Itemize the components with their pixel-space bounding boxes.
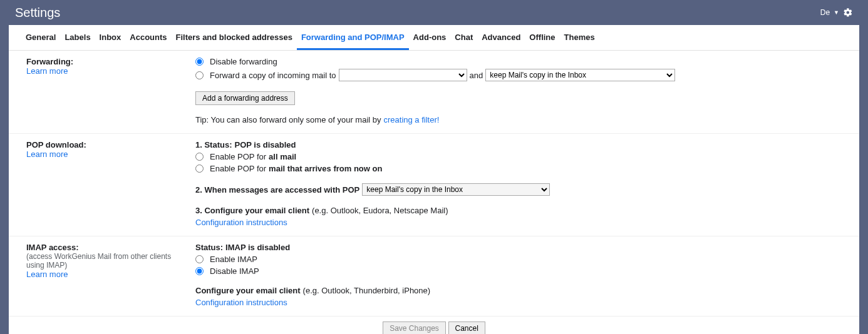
tabs-bar: General Labels Inbox Accounts Filters an… — [9, 25, 859, 51]
imap-configure-rest: (e.g. Outlook, Thunderbird, iPhone) — [303, 286, 431, 295]
cancel-button[interactable]: Cancel — [448, 321, 485, 334]
pop-learn-more-link[interactable]: Learn more — [26, 149, 188, 159]
pop-when-label: 2. When messages are accessed with POP — [195, 185, 359, 195]
topbar-right: De ▼ — [820, 8, 853, 18]
tab-labels[interactable]: Labels — [60, 25, 95, 50]
chevron-down-icon[interactable]: ▼ — [834, 9, 839, 16]
label-enable-pop-all-prefix: Enable POP for — [210, 152, 266, 161]
gear-icon[interactable] — [843, 8, 853, 18]
imap-config-instructions-link[interactable]: Configuration instructions — [195, 298, 287, 307]
add-forwarding-address-button[interactable]: Add a forwarding address — [195, 91, 295, 105]
radio-enable-imap[interactable] — [195, 255, 204, 263]
imap-label: IMAP access: — [26, 243, 188, 252]
tab-accounts[interactable]: Accounts — [125, 25, 171, 50]
pop-label: POP download: — [26, 140, 188, 149]
imap-configure-label: Configure your email client — [195, 286, 301, 295]
tab-advanced[interactable]: Advanced — [477, 25, 525, 50]
language-switch[interactable]: De — [820, 8, 830, 17]
imap-status-value: IMAP is disabled — [225, 243, 290, 252]
pop-config-instructions-link[interactable]: Configuration instructions — [195, 218, 287, 227]
label-disable-forwarding: Disable forwarding — [210, 57, 277, 66]
tab-inbox[interactable]: Inbox — [95, 25, 126, 50]
select-forward-address[interactable] — [339, 69, 467, 81]
label-and: and — [470, 71, 483, 80]
forwarding-learn-more-link[interactable]: Learn more — [26, 66, 188, 76]
select-forward-action[interactable]: keep Mail's copy in the Inbox — [485, 69, 675, 81]
imap-learn-more-link[interactable]: Learn more — [26, 270, 188, 279]
create-filter-link[interactable]: creating a filter! — [384, 115, 440, 124]
pop-status-value: POP is disabled — [235, 140, 296, 149]
label-enable-pop-all-bold: all mail — [269, 152, 296, 161]
tab-filters[interactable]: Filters and blocked addresses — [172, 25, 297, 50]
radio-enable-pop-now[interactable] — [195, 164, 204, 173]
label-disable-imap: Disable IMAP — [210, 266, 259, 276]
footer: Save Changes Cancel — [9, 316, 859, 334]
imap-status-prefix: Status: — [195, 243, 223, 252]
radio-disable-imap[interactable] — [195, 267, 204, 275]
label-forward-copy: Forward a copy of incoming mail to — [210, 71, 336, 80]
section-imap: IMAP access: (access WorkGenius Mail fro… — [9, 236, 859, 316]
forwarding-tip-text: Tip: You can also forward only some of y… — [195, 115, 381, 124]
tab-forwarding-pop-imap[interactable]: Forwarding and POP/IMAP — [297, 25, 409, 50]
save-changes-button[interactable]: Save Changes — [383, 321, 446, 334]
section-forwarding: Forwarding: Learn more Disable forwardin… — [9, 51, 859, 134]
pop-status-prefix: 1. Status: — [195, 140, 232, 149]
settings-panel: General Labels Inbox Accounts Filters an… — [9, 25, 859, 334]
imap-sublabel: (access WorkGenius Mail from other clien… — [26, 252, 188, 270]
tab-chat[interactable]: Chat — [450, 25, 477, 50]
pop-configure-label: 3. Configure your email client — [195, 206, 309, 215]
page-title: Settings — [15, 6, 60, 20]
label-enable-pop-now-bold: mail that arrives from now on — [269, 164, 382, 173]
forwarding-label: Forwarding: — [26, 57, 188, 66]
label-enable-pop-now-prefix: Enable POP for — [210, 164, 266, 173]
tab-add-ons[interactable]: Add-ons — [409, 25, 451, 50]
radio-forward-copy[interactable] — [195, 71, 204, 79]
label-enable-imap: Enable IMAP — [210, 255, 257, 264]
radio-disable-forwarding[interactable] — [195, 58, 204, 66]
top-bar: Settings De ▼ — [0, 0, 868, 25]
pop-configure-rest: (e.g. Outlook, Eudora, Netscape Mail) — [312, 206, 448, 215]
select-pop-action[interactable]: keep Mail's copy in the Inbox — [362, 183, 550, 196]
tab-offline[interactable]: Offline — [525, 25, 559, 50]
radio-enable-pop-all[interactable] — [195, 153, 204, 161]
tab-themes[interactable]: Themes — [560, 25, 599, 50]
section-pop: POP download: Learn more 1. Status: POP … — [9, 134, 859, 236]
tab-general[interactable]: General — [21, 25, 60, 50]
